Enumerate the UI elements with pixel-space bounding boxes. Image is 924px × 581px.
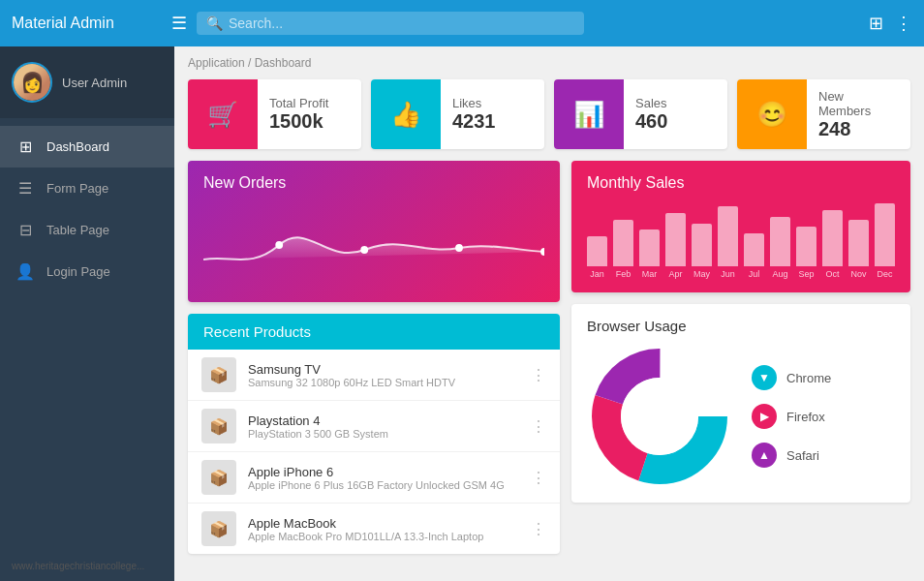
product-name: Apple MacBook bbox=[248, 516, 519, 531]
bar-month: Nov bbox=[848, 220, 869, 279]
new-orders-chart bbox=[203, 201, 544, 289]
top-nav: Material Admin ☰ 🔍 ⊞ ⋮ bbox=[0, 0, 924, 46]
bar-chart: Jan Feb Mar Apr May Jun Jul Aug Sep Oc bbox=[587, 201, 895, 279]
bar-label: Sep bbox=[798, 269, 814, 279]
legend-dot: ▶ bbox=[752, 404, 777, 429]
bar-label: Dec bbox=[877, 269, 892, 279]
sidebar: 👩 User Admin ⊞ DashBoard ☰ Form Page ⊟ T… bbox=[0, 46, 174, 581]
bar-label: Oct bbox=[825, 269, 839, 279]
hamburger-icon[interactable]: ☰ bbox=[171, 13, 187, 34]
legend-label: Firefox bbox=[786, 410, 825, 424]
product-menu-icon[interactable]: ⋮ bbox=[531, 417, 546, 436]
nav-right: ⊞ ⋮ bbox=[869, 13, 912, 34]
grid-icon[interactable]: ⊞ bbox=[869, 13, 883, 34]
new-orders-card: New Orders bbox=[188, 161, 560, 302]
dashboard-icon: ⊞ bbox=[15, 138, 35, 156]
bar-fill bbox=[613, 220, 633, 266]
bar-label: Jun bbox=[721, 269, 735, 279]
table-icon: ⊟ bbox=[15, 221, 35, 239]
bottom-row: New Orders bbox=[188, 161, 910, 554]
sales-value: 460 bbox=[635, 110, 667, 133]
likes-value: 4231 bbox=[452, 110, 496, 133]
sidebar-item-login[interactable]: 👤 Login Page bbox=[0, 251, 174, 292]
bar-label: Feb bbox=[616, 269, 631, 279]
sidebar-item-dashboard[interactable]: ⊞ DashBoard bbox=[0, 126, 174, 168]
search-input[interactable] bbox=[229, 15, 574, 31]
bar-label: Nov bbox=[850, 269, 866, 279]
members-info: New Members 248 bbox=[807, 81, 910, 148]
bar-fill bbox=[718, 206, 738, 266]
bar-fill bbox=[848, 220, 869, 266]
sidebar-label-table: Table Page bbox=[46, 223, 109, 237]
members-icon: 😊 bbox=[737, 79, 807, 149]
bar-label: Jul bbox=[749, 269, 760, 279]
bar-fill bbox=[770, 217, 790, 266]
stat-card-members: 😊 New Members 248 bbox=[737, 79, 910, 149]
sidebar-nav: ⊞ DashBoard ☰ Form Page ⊟ Table Page 👤 L… bbox=[0, 118, 174, 292]
browser-usage-card: Browser Usage ▼ Chrome ▶ Firefo bbox=[571, 304, 910, 503]
left-column: New Orders bbox=[188, 161, 560, 554]
bar-fill bbox=[692, 224, 712, 266]
product-item: 📦 Apple MacBook Apple MacBook Pro MD101L… bbox=[188, 504, 560, 554]
bar-label: Aug bbox=[772, 269, 787, 279]
chart-point bbox=[455, 244, 463, 252]
recent-products-title: Recent Products bbox=[203, 323, 544, 340]
sidebar-label-dashboard: DashBoard bbox=[46, 139, 109, 154]
sales-icon: 📊 bbox=[554, 79, 624, 149]
product-list: 📦 Samsung TV Samsung 32 1080p 60Hz LED S… bbox=[188, 350, 560, 554]
bar-fill bbox=[796, 227, 816, 266]
content-area: Application / Dashboard 🛒 Total Profit 1… bbox=[174, 46, 924, 581]
sidebar-item-table[interactable]: ⊟ Table Page bbox=[0, 209, 174, 251]
product-desc: Samsung 32 1080p 60Hz LED Smart HDTV bbox=[248, 377, 519, 388]
product-icon: 📦 bbox=[201, 357, 236, 392]
search-bar: 🔍 bbox=[197, 12, 584, 35]
product-menu-icon[interactable]: ⋮ bbox=[531, 366, 546, 384]
profit-info: Total Profit 1500k bbox=[258, 88, 340, 140]
login-icon: 👤 bbox=[15, 262, 35, 281]
monthly-sales-card: Monthly Sales Jan Feb Mar Apr May Jun Ju… bbox=[571, 161, 910, 292]
breadcrumb: Application / Dashboard bbox=[188, 56, 910, 70]
footer-url: www.heritagechristiancollege... bbox=[12, 561, 144, 571]
likes-label: Likes bbox=[452, 96, 496, 110]
product-icon: 📦 bbox=[201, 460, 236, 495]
stat-card-profit: 🛒 Total Profit 1500k bbox=[188, 79, 361, 149]
bar-fill bbox=[822, 210, 843, 266]
more-icon[interactable]: ⋮ bbox=[895, 13, 912, 34]
avatar-image: 👩 bbox=[14, 64, 50, 101]
legend-item: ▲ Safari bbox=[752, 443, 831, 468]
product-desc: Apple MacBook Pro MD101LL/A 13.3-Inch La… bbox=[248, 531, 519, 542]
bar-fill bbox=[875, 203, 895, 266]
likes-info: Likes 4231 bbox=[441, 88, 508, 140]
sales-label: Sales bbox=[635, 96, 667, 110]
bar-month: Apr bbox=[665, 213, 686, 279]
product-menu-icon[interactable]: ⋮ bbox=[531, 520, 546, 538]
profit-icon: 🛒 bbox=[188, 79, 258, 149]
new-orders-title: New Orders bbox=[203, 174, 544, 192]
sidebar-item-form[interactable]: ☰ Form Page bbox=[0, 168, 174, 209]
sidebar-footer: www.heritagechristiancollege... bbox=[0, 551, 174, 581]
likes-icon: 👍 bbox=[371, 79, 441, 149]
bar-month: May bbox=[692, 224, 712, 279]
bar-label: Apr bbox=[668, 269, 682, 279]
bar-month: Sep bbox=[796, 227, 816, 279]
bar-fill bbox=[665, 213, 686, 266]
donut-hole bbox=[621, 378, 698, 455]
line-path bbox=[203, 237, 544, 260]
product-info: Apple MacBook Apple MacBook Pro MD101LL/… bbox=[248, 516, 519, 542]
stat-cards: 🛒 Total Profit 1500k 👍 Likes 4231 📊 Sale… bbox=[188, 79, 910, 149]
chart-point bbox=[360, 246, 368, 254]
product-menu-icon[interactable]: ⋮ bbox=[531, 469, 546, 487]
main-layout: 👩 User Admin ⊞ DashBoard ☰ Form Page ⊟ T… bbox=[0, 46, 924, 581]
product-item: 📦 Playstation 4 PlayStation 3 500 GB Sys… bbox=[188, 401, 560, 452]
product-name: Apple iPhone 6 bbox=[248, 465, 519, 479]
right-column: Monthly Sales Jan Feb Mar Apr May Jun Ju… bbox=[571, 161, 910, 554]
legend-label: Chrome bbox=[786, 371, 831, 385]
bar-month: Aug bbox=[770, 217, 790, 279]
form-icon: ☰ bbox=[15, 179, 35, 198]
avatar: 👩 bbox=[12, 62, 52, 103]
bar-fill bbox=[639, 229, 660, 266]
line-chart-svg bbox=[203, 201, 544, 289]
bar-month: Jun bbox=[718, 206, 738, 279]
legend-dot: ▲ bbox=[752, 443, 777, 468]
profit-value: 1500k bbox=[269, 110, 328, 133]
